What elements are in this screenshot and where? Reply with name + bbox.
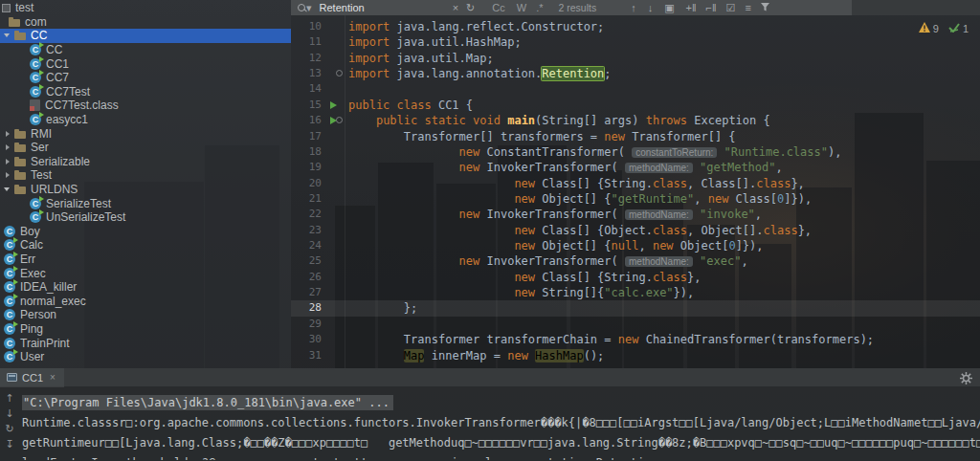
console-tab[interactable]: CC1 ×	[0, 368, 64, 387]
tree-item-RMI[interactable]: RMI	[0, 126, 291, 141]
code-line-31[interactable]: 31 Map innerMap = new HashMap();	[291, 348, 980, 363]
folder-icon	[9, 16, 20, 28]
chevron-down-icon[interactable]	[3, 185, 12, 194]
run-icon[interactable]	[330, 101, 337, 109]
chevron-right-icon[interactable]	[3, 157, 12, 166]
tree-item-URLDNS[interactable]: URLDNS	[0, 183, 291, 197]
fold-icon[interactable]	[336, 117, 343, 123]
regex-toggle[interactable]: .*	[536, 0, 543, 15]
search-dropdown-icon[interactable]: ▾	[306, 0, 312, 15]
code-line-24[interactable]: 24 new Object[] {null, new Object[0]}),	[291, 238, 980, 253]
code-text: public class CC1 {	[345, 98, 980, 113]
code-line-29[interactable]: 29	[291, 317, 980, 332]
tree-item-Ser[interactable]: Ser	[0, 141, 291, 155]
line-number: 15	[291, 98, 322, 113]
add-occurrence-button[interactable]: +‖	[686, 0, 697, 15]
match-case-toggle[interactable]: Cc	[492, 0, 504, 15]
class-icon: C	[30, 72, 41, 83]
close-icon[interactable]: ×	[50, 372, 56, 383]
code-text: import java.util.HashMap;	[345, 34, 980, 50]
open-in-find-window-button[interactable]: ▣	[664, 0, 674, 15]
tree-item-Boy[interactable]: CBoy	[0, 225, 291, 239]
gutter-marks	[322, 19, 345, 34]
chevron-right-icon[interactable]	[3, 170, 12, 180]
tree-item-label: CC7	[46, 71, 69, 84]
code-editor[interactable]: 10import java.lang.reflect.Constructor;1…	[291, 15, 980, 368]
tree-item-User[interactable]: CUser	[0, 350, 291, 364]
code-line-25[interactable]: 25 new InvokerTransformer( methodName: "…	[291, 253, 980, 269]
tree-item-Err[interactable]: CErr	[0, 252, 291, 267]
tree-item-SerializeTest[interactable]: CSerializeTest	[0, 196, 291, 210]
fold-icon[interactable]	[336, 70, 343, 77]
settings-gear-icon[interactable]	[960, 371, 972, 388]
chevron-right-icon[interactable]	[3, 129, 12, 139]
tree-item-CC[interactable]: CCC	[0, 43, 291, 57]
run-console-panel: CC1 × ↑ ↓ ↻ ↧ "C:\Program Files\Java\jdk…	[0, 368, 980, 461]
code-line-12[interactable]: 12import java.util.Map;	[291, 51, 980, 66]
code-line-23[interactable]: 23 new Class[] {Object.class, Object[].c…	[291, 223, 980, 238]
multiline-search-toggle[interactable]: ≡	[745, 0, 750, 15]
tree-item-Person[interactable]: CPerson	[0, 308, 291, 322]
code-line-20[interactable]: 20 new Class[] {String.class, Class[].cl…	[291, 176, 980, 191]
tree-item-TrainPrint[interactable]: CTrainPrint	[0, 336, 291, 350]
code-line-10[interactable]: 10import java.lang.reflect.Constructor;	[291, 19, 980, 34]
words-toggle[interactable]: W	[517, 0, 526, 15]
code-line-15[interactable]: 15public class CC1 {	[291, 98, 980, 113]
code-line-16[interactable]: 16 public static void main(String[] args…	[291, 113, 980, 128]
tree-item-CC1[interactable]: CCC1	[0, 56, 291, 71]
folder-icon	[14, 142, 26, 153]
chevron-right-icon[interactable]	[3, 143, 12, 152]
code-line-27[interactable]: 27 new String[]{"calc.exe"}),	[291, 285, 980, 300]
next-occurrence-button[interactable]: ↓	[648, 0, 654, 15]
tree-item-com[interactable]: com	[0, 15, 291, 30]
tree-item-normal_exec[interactable]: Cnormal_exec	[0, 294, 291, 308]
search-history-icon[interactable]: ↻	[466, 0, 475, 15]
line-number: 17	[291, 129, 322, 144]
remove-occurrence-button[interactable]: ⌐‖	[706, 0, 717, 15]
console-output[interactable]: "C:\Program Files\Java\jdk1.8.0_181\bin\…	[0, 387, 980, 460]
code-line-30[interactable]: 30 Transformer transformerChain = new Ch…	[291, 332, 980, 347]
tree-item-Exec[interactable]: CExec	[0, 266, 291, 280]
gutter-marks	[322, 113, 345, 128]
tree-item-CC7[interactable]: CCC7	[0, 71, 291, 85]
code-line-28[interactable]: 28 };	[291, 300, 980, 316]
tree-item-label: URLDNS	[31, 183, 78, 196]
select-all-occurrences-button[interactable]: ☑	[726, 0, 736, 15]
tree-item-CC7Test[interactable]: CCC7Test	[0, 85, 291, 99]
code-line-26[interactable]: 26 new Class[] {String.class},	[291, 270, 980, 285]
line-number: 25	[291, 253, 322, 269]
code-line-22[interactable]: 22 new InvokerTransformer( methodName: "…	[291, 207, 980, 222]
tree-item-CC7Test.class[interactable]: CC7Test.class	[0, 99, 291, 113]
code-line-18[interactable]: 18 new ConstantTransformer( constantToRe…	[291, 144, 980, 160]
code-line-14[interactable]: 14	[291, 81, 980, 97]
tree-item-IDEA_killer[interactable]: CIDEA_killer	[0, 280, 291, 295]
tree-item-Test[interactable]: Test	[0, 168, 291, 183]
code-line-13[interactable]: 13import java.lang.annotation.Retention;	[291, 66, 980, 81]
code-line-17[interactable]: 17 Transformer[] transformers = new Tran…	[291, 129, 980, 144]
tree-item-test[interactable]: test	[0, 1, 291, 15]
search-input[interactable]: Retention	[320, 0, 365, 15]
tree-item-easycc1[interactable]: Ceasycc1	[0, 113, 291, 127]
project-tree[interactable]: testcomCCCCCCCC1CCC7CCC7TestCC7Test.clas…	[0, 0, 291, 368]
search-icon[interactable]	[298, 4, 306, 12]
tree-item-UnSerializeTest[interactable]: CUnSerializeTest	[0, 210, 291, 225]
find-bar: ▾ Retention × ↻ Cc W .* 2 results ↑ ↓ ▣ …	[291, 0, 980, 15]
gutter-marks	[322, 238, 345, 253]
gutter-marks	[322, 51, 345, 66]
filter-search-results-button[interactable]	[761, 0, 769, 15]
code-line-21[interactable]: 21 new Object[] {"getRuntime", new Class…	[291, 191, 980, 207]
module-icon	[2, 4, 11, 12]
chevron-down-icon[interactable]	[3, 31, 12, 40]
tree-item-Ping[interactable]: CPing	[0, 322, 291, 337]
tree-item-label: SerializeTest	[46, 197, 111, 210]
tree-item-Serializable[interactable]: Serializable	[0, 155, 291, 169]
code-line-11[interactable]: 11import java.util.HashMap;	[291, 34, 980, 50]
previous-occurrence-button[interactable]: ↑	[631, 0, 636, 15]
code-line-19[interactable]: 19 new InvokerTransformer( methodName: "…	[291, 160, 980, 175]
tree-item-CC[interactable]: CC	[0, 29, 291, 43]
inspections-widget[interactable]: 9 1	[919, 22, 969, 34]
gutter-marks	[322, 223, 345, 238]
clear-search-icon[interactable]: ×	[453, 0, 458, 15]
tree-item-Calc[interactable]: CCalc	[0, 238, 291, 252]
console-tab-label: CC1	[22, 372, 43, 384]
